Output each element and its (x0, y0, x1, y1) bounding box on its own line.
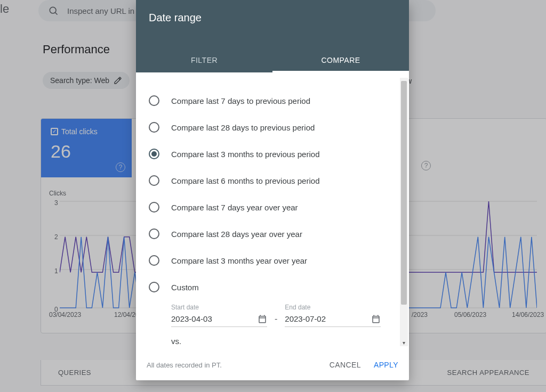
radio-label: Compare last 6 months to previous period (171, 176, 319, 185)
calendar-icon (371, 314, 381, 324)
scrollbar[interactable]: ▴ ▾ (400, 78, 408, 346)
radio-label: Compare last 7 days year over year (171, 203, 298, 212)
compare-option[interactable]: Compare last 3 months year over year (149, 247, 396, 274)
end-date-field[interactable]: End date (285, 304, 381, 327)
radio-icon (149, 149, 159, 159)
calendar-icon (258, 314, 267, 324)
radio-icon (149, 175, 159, 186)
end-date-input[interactable] (285, 311, 381, 327)
radio-icon (149, 255, 159, 266)
field-label: Start date (171, 304, 267, 311)
vs-label: vs. (171, 337, 396, 346)
compare-option[interactable]: Compare last 3 months to previous period (149, 141, 396, 167)
compare-option[interactable]: Compare last 28 days to previous period (149, 114, 396, 141)
footer-note: All dates recorded in PT. (147, 361, 222, 369)
compare-option[interactable]: Compare last 6 months to previous period (149, 167, 396, 194)
compare-option[interactable]: Compare last 7 days year over year (149, 194, 396, 220)
compare-option[interactable]: Compare last 28 days year over year (149, 220, 396, 247)
compare-option[interactable]: Compare last 7 days to previous period (149, 87, 396, 114)
cancel-button[interactable]: CANCEL (330, 361, 361, 369)
tab-filter[interactable]: FILTER (136, 48, 272, 72)
apply-button[interactable]: APPLY (374, 361, 398, 369)
tab-compare[interactable]: COMPARE (272, 48, 409, 72)
scroll-down-icon[interactable]: ▾ (400, 339, 408, 346)
radio-icon (149, 95, 159, 106)
radio-label: Custom (171, 283, 199, 292)
start-date-input[interactable] (171, 311, 267, 327)
radio-label: Compare last 3 months to previous period (171, 150, 319, 159)
start-date-field[interactable]: Start date (171, 304, 267, 327)
dash: - (275, 314, 277, 327)
radio-icon (149, 122, 159, 133)
radio-icon (149, 202, 159, 213)
scrollbar-thumb[interactable] (401, 81, 407, 305)
radio-icon (149, 228, 159, 239)
radio-label: Compare last 7 days to previous period (171, 96, 310, 105)
radio-label: Compare last 28 days to previous period (171, 123, 315, 132)
modal-title: Date range (136, 0, 409, 24)
date-range-modal: Date range FILTER COMPARE ▴ ▾ Compare la… (136, 0, 409, 380)
radio-label: Compare last 3 months year over year (171, 256, 307, 265)
compare-option[interactable]: Custom (149, 274, 396, 300)
radio-label: Compare last 28 days year over year (171, 230, 302, 239)
field-label: End date (285, 304, 381, 311)
radio-icon (149, 282, 159, 292)
